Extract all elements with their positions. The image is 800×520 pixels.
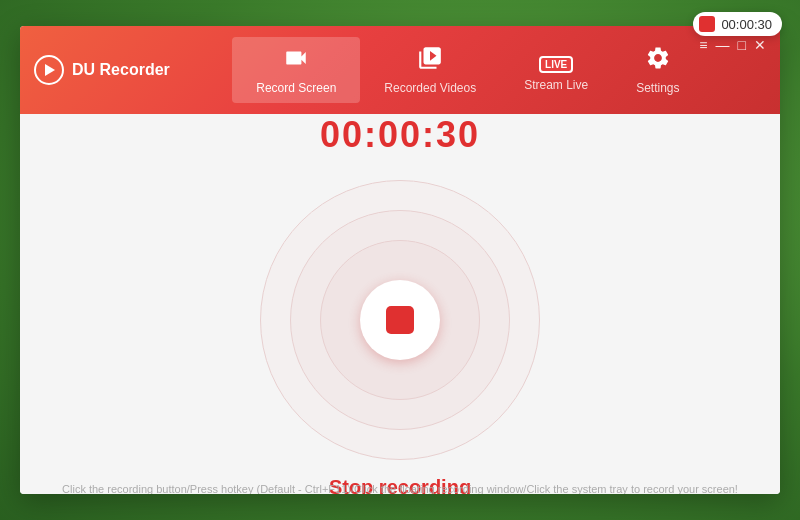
tab-settings-label: Settings: [636, 81, 679, 95]
live-badge: LIVE: [539, 56, 573, 73]
stop-button[interactable]: [360, 280, 440, 360]
hint-text: Click the recording button/Press hotkey …: [20, 483, 780, 494]
window-controls: ≡ — □ ✕: [699, 38, 766, 52]
minimize-button[interactable]: —: [716, 38, 730, 52]
tab-record-screen-label: Record Screen: [256, 81, 336, 95]
logo-icon: [34, 55, 64, 85]
camera-icon: [283, 45, 309, 77]
timer-display: 00:00:30: [320, 114, 480, 156]
live-icon: LIVE: [539, 48, 573, 74]
tab-settings[interactable]: Settings: [612, 37, 703, 103]
tab-recorded-videos-label: Recorded Videos: [384, 81, 476, 95]
floating-timer-text: 00:00:30: [721, 17, 772, 32]
stop-icon: [386, 306, 414, 334]
app-logo: DU Recorder: [34, 55, 170, 85]
floating-timer-badge: 00:00:30: [693, 12, 782, 36]
recording-dot-icon: [699, 16, 715, 32]
tab-stream-live-label: Stream Live: [524, 78, 588, 92]
app-header: DU Recorder Record Screen: [20, 26, 780, 114]
close-button[interactable]: ✕: [754, 38, 766, 52]
tab-stream-live[interactable]: LIVE Stream Live: [500, 40, 612, 100]
app-title: DU Recorder: [72, 61, 170, 79]
tab-record-screen[interactable]: Record Screen: [232, 37, 360, 103]
menu-button[interactable]: ≡: [699, 38, 707, 52]
logo-play-icon: [45, 64, 55, 76]
maximize-button[interactable]: □: [738, 38, 746, 52]
app-content: 00:00:30 Stop recording Click the record…: [20, 114, 780, 494]
app-window: DU Recorder Record Screen: [20, 26, 780, 494]
circles-container: [260, 180, 540, 460]
tab-recorded-videos[interactable]: Recorded Videos: [360, 37, 500, 103]
nav-tabs: Record Screen Recorded Videos LIVE Strea…: [170, 37, 766, 103]
settings-icon: [645, 45, 671, 77]
video-library-icon: [417, 45, 443, 77]
